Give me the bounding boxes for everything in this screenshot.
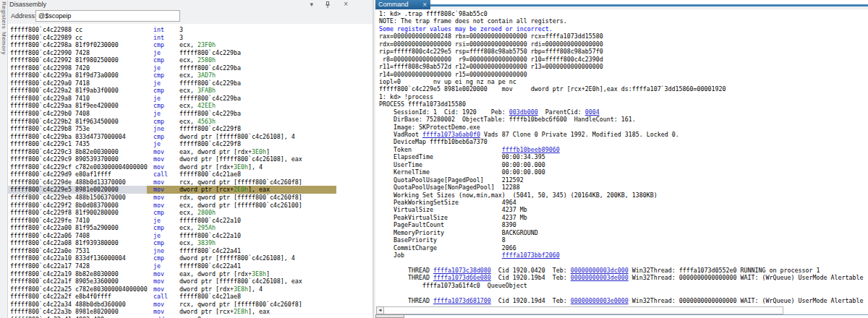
disasm-operands: dword ptr [fffff800`c4c26108], eax <box>179 155 302 163</box>
disasm-row[interactable]: fffff800`c4c22a3b 8981e8020000movdword p… <box>8 308 373 316</box>
disasm-row[interactable]: fffff800`c4c22a17 7428jefffff800`c4c22a4… <box>8 262 373 270</box>
disasm-mnemonic: je <box>153 217 179 225</box>
output-text: 1: kd> !process <box>379 93 433 100</box>
disasm-row[interactable]: fffff800`c4c22a08 81f939380000cmpecx, 38… <box>8 239 373 247</box>
disasm-row[interactable]: fffff800`c4c229b0 7408jefffff800`c4c229b… <box>8 110 373 118</box>
disassembly-listing[interactable]: fffff800`c4c22988 ccint3fffff800`c4c2298… <box>8 26 373 318</box>
disasm-row[interactable]: fffff800`c4c22a19 8b82e8030000moveax, dw… <box>8 270 373 278</box>
disasm-mnemonic: int <box>153 34 179 42</box>
output-text: UserTime 00:00:00.000 <box>379 161 545 168</box>
command-close-icon[interactable]: × <box>422 1 427 9</box>
output-text: KernelTime 00:00:00.000 <box>379 168 545 176</box>
command-input[interactable] <box>404 314 868 318</box>
operand-text: ecx, <box>179 102 197 109</box>
address-input[interactable] <box>35 10 180 22</box>
operand-text: ecx, <box>179 118 197 125</box>
disasm-row[interactable]: fffff800`c4c229f8 81f900280000cmpecx, 28… <box>8 209 373 217</box>
dml-link[interactable]: 0004 <box>585 108 600 116</box>
disasm-address-bytes: fffff800`c4c2299a 81f9d73a0000 <box>10 72 153 80</box>
operand-text: 3 <box>179 26 183 33</box>
disasm-operands: rdx, qword ptr [fffff800`c4c260f8] <box>179 194 302 201</box>
disasm-row[interactable]: fffff800`c4c229b8 753ejnefffff800`c4c229… <box>8 125 373 133</box>
dml-link[interactable]: ffffa1073a6ab0f0 <box>422 131 480 138</box>
disasm-row[interactable]: fffff800`c4c229de 488b0d13370000movrcx, … <box>8 179 373 186</box>
disasm-row[interactable]: fffff800`c4c22a2f e8b4f0ffffcallfffff800… <box>8 293 373 301</box>
dml-link[interactable]: ffffa1073c38d080 <box>433 267 491 274</box>
output-text: DirBase: 75280002 ObjectTable: ffffb10be… <box>379 116 636 123</box>
side-tab-strip: Registers Memory <box>0 0 8 318</box>
tab-command[interactable]: Command × <box>375 0 430 9</box>
disasm-row-current[interactable]: fffff800`c4c229e5 8981e0020000movdword p… <box>8 186 373 194</box>
disasm-row[interactable]: fffff800`c4c22a0e 7531jnefffff800`c4c22a… <box>8 247 373 255</box>
disasm-row[interactable]: fffff800`c4c229d9 e80af1ffffcallfffff800… <box>8 171 373 179</box>
operand-text: fffff800`c4c21ae8 <box>179 293 241 300</box>
disasm-row[interactable]: fffff800`c4c229b2 81f963450000cmpecx, 45… <box>8 118 373 126</box>
disasm-address-bytes: fffff800`c4c22a00 81f95a290000 <box>10 224 153 232</box>
disasm-row[interactable]: fffff800`c4c2298a 81f9f0230000cmpecx, 23… <box>8 41 373 49</box>
disasm-operands: fffff800`c4c229ba <box>179 49 241 56</box>
disasm-row[interactable]: fffff800`c4c22a00 81f95a290000cmpecx, 29… <box>8 224 373 232</box>
disasm-operands: eax, dword ptr [rdx+3E0h] <box>179 148 270 155</box>
disasm-row[interactable]: fffff800`c4c229f2 8b0d08370000movecx, dw… <box>8 202 373 210</box>
disasm-row[interactable]: fffff800`c4c22989 ccint3 <box>8 34 373 42</box>
disasm-row[interactable]: fffff800`c4c229aa 81f9ee420000cmpecx, 42… <box>8 102 373 110</box>
output-text: Image: SKProtectDemo.exe <box>379 124 480 131</box>
disasm-row[interactable]: fffff800`c4c22a25 c782e803000004000000mo… <box>8 285 373 293</box>
output-text: Cid 1920.19d4 Teb: <box>491 297 571 304</box>
disasm-row[interactable]: fffff800`c4c229cf c782e003000004000000mo… <box>8 163 373 171</box>
disasm-mnemonic: je <box>153 95 179 103</box>
output-text: Token <box>379 146 502 153</box>
disasm-address-bytes: fffff800`c4c22990 7428 <box>10 49 153 57</box>
disasm-row[interactable]: fffff800`c4c229eb 488b1506370000movrdx, … <box>8 194 373 202</box>
dml-link[interactable]: ffffa1073bbf2060 <box>502 252 560 259</box>
disasm-row[interactable]: fffff800`c4c22990 7428jefffff800`c4c229b… <box>8 49 373 57</box>
disasm-row[interactable]: fffff800`c4c22a1f 8905e3360000movdword p… <box>8 278 373 285</box>
disasm-row[interactable]: fffff800`c4c22a06 7408jefffff800`c4c22a1… <box>8 232 373 240</box>
dml-link[interactable]: 003db000 <box>509 108 538 116</box>
command-line: Job ffffa1073bbf2060 <box>379 252 868 259</box>
disasm-row[interactable]: fffff800`c4c22992 81f980250000cmpecx, 25… <box>8 56 373 64</box>
disasm-address-bytes: fffff800`c4c22a2f e8b4f0ffff <box>10 293 153 301</box>
disasm-address-bytes: fffff800`c4c229b0 7408 <box>10 110 153 118</box>
operand-number: 3E8h <box>234 285 248 293</box>
disasm-row[interactable]: fffff800`c4c229fe 7410jefffff800`c4c22a1… <box>8 217 373 225</box>
operand-number: 3FABh <box>197 87 216 94</box>
disasm-row[interactable]: fffff800`c4c229a8 7410jefffff800`c4c229b… <box>8 95 373 103</box>
scrollbar-track[interactable] <box>384 306 783 314</box>
operand-text: eax, dword ptr [rdx+ <box>179 270 252 278</box>
disasm-mnemonic: mov <box>153 148 179 156</box>
operand-text: ], 4 <box>248 163 263 171</box>
dml-link[interactable]: 00000000003de000 <box>571 274 629 281</box>
disasm-row[interactable]: fffff800`c4c22998 7420jefffff800`c4c229b… <box>8 64 373 72</box>
disasm-row[interactable]: fffff800`c4c229c3 8b82e0030000moveax, dw… <box>8 148 373 156</box>
dml-link[interactable]: ffffb10beeb89060 <box>502 146 560 153</box>
close-icon[interactable]: × <box>344 0 348 9</box>
disasm-address-bytes: fffff800`c4c22a17 7428 <box>10 262 153 270</box>
disasm-row[interactable]: fffff800`c4c2299a 81f9d73a0000cmpecx, 3A… <box>8 72 373 80</box>
dml-link[interactable]: 00000000003dc000 <box>571 267 629 274</box>
dml-link[interactable]: ffffa1073d66e080 <box>433 274 491 281</box>
command-line: rdx=0000000000000000 rsi=000000000000000… <box>379 40 868 48</box>
disasm-operands: ecx, 42EEh <box>179 102 216 109</box>
operand-number: 295Ah <box>197 224 216 231</box>
dml-link[interactable]: ffffa1073d681700 <box>433 297 491 304</box>
command-line: KernelTime 00:00:00.000 <box>379 168 868 176</box>
disasm-row[interactable]: fffff800`c4c229c9 890539370000movdword p… <box>8 155 373 163</box>
dml-link[interactable]: 00000000003e0000 <box>571 297 629 304</box>
output-text: Job <box>379 252 502 259</box>
command-output[interactable]: 1: kd> .trap ffff808c`98ab55c0NOTE: The … <box>375 9 868 306</box>
chevron-down-icon[interactable]: ▾ <box>310 0 313 9</box>
output-text: rax=0000000000000248 rbx=000000000000000… <box>379 33 603 40</box>
disasm-row[interactable]: fffff800`c4c22988 ccint3 <box>8 26 373 34</box>
disasm-row[interactable]: fffff800`c4c22a34 488b0dbd360000movrcx, … <box>8 301 373 309</box>
disasm-row[interactable]: fffff800`c4c22a10 833df136000004cmpdword… <box>8 254 373 262</box>
disasm-row[interactable]: fffff800`c4c229a0 7418jefffff800`c4c229b… <box>8 80 373 87</box>
scroll-left-arrow-icon[interactable]: ◄ <box>376 306 384 314</box>
disasm-row[interactable]: fffff800`c4c229a2 81f9ab3f0000cmpecx, 3F… <box>8 87 373 95</box>
operand-number: 3839h <box>197 239 216 246</box>
side-tab-registers[interactable]: Registers <box>0 0 8 30</box>
disasm-row[interactable]: fffff800`c4c229c1 7435jefffff800`c4c229f… <box>8 140 373 148</box>
horizontal-scrollbar[interactable]: ◄ <box>376 306 783 314</box>
disasm-row[interactable]: fffff800`c4c229ba 833d4737000004cmpdword… <box>8 133 373 141</box>
side-tab-memory[interactable]: Memory <box>0 30 8 56</box>
